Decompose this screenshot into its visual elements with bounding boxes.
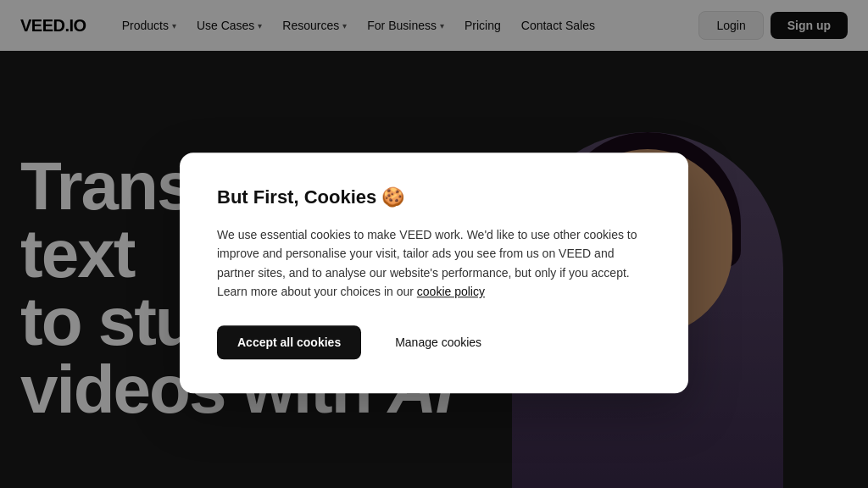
cookie-modal-title: But First, Cookies 🍪: [217, 186, 651, 208]
manage-cookies-button[interactable]: Manage cookies: [375, 325, 502, 359]
cookie-modal-body: We use essential cookies to make VEED wo…: [217, 225, 651, 302]
accept-all-cookies-button[interactable]: Accept all cookies: [217, 325, 361, 359]
cookie-policy-link[interactable]: cookie policy: [417, 285, 485, 298]
cookie-modal: But First, Cookies 🍪 We use essential co…: [180, 152, 688, 393]
cookie-modal-actions: Accept all cookies Manage cookies: [217, 325, 651, 359]
